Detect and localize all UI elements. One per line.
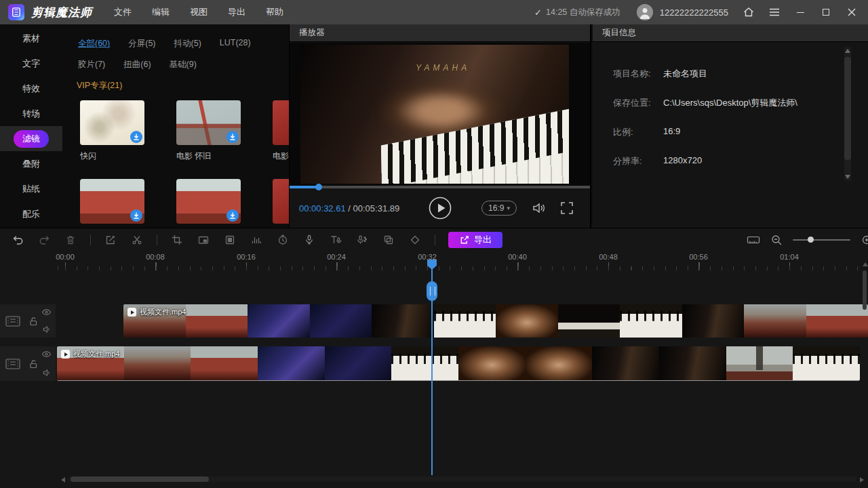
tab-all[interactable]: 全部(60) <box>78 38 110 49</box>
menu-export[interactable]: 导出 <box>222 3 251 21</box>
timeline-vscrollbar[interactable] <box>863 270 867 472</box>
track-visibility-icon[interactable] <box>41 350 52 358</box>
sidebar-item-transitions[interactable]: 转场 <box>0 101 62 126</box>
sidebar-item-filters[interactable]: 滤镜 <box>0 126 62 151</box>
freeze-frame-icon[interactable] <box>382 233 395 247</box>
tab-basic[interactable]: 基础(9) <box>170 59 197 70</box>
filter-card[interactable] <box>80 179 144 224</box>
filter-thumbnail[interactable] <box>273 179 290 224</box>
tab-lut[interactable]: LUT(28) <box>220 38 251 49</box>
pip-icon[interactable] <box>197 233 210 247</box>
username[interactable]: 12222222222555 <box>660 7 728 18</box>
close-button[interactable] <box>842 3 861 21</box>
filter-thumbnail[interactable] <box>273 100 290 145</box>
delete-icon[interactable] <box>64 233 77 247</box>
filter-card[interactable] <box>273 179 290 224</box>
menu-file[interactable]: 文件 <box>108 3 137 21</box>
menu-edit[interactable]: 编辑 <box>146 3 175 21</box>
toolbar-separator <box>435 235 435 245</box>
filter-thumbnail[interactable] <box>176 179 241 224</box>
resolution-label: 分辨率: <box>613 155 663 167</box>
track-mute-icon[interactable] <box>43 325 52 333</box>
speech-to-text-icon[interactable] <box>355 233 369 247</box>
tab-distort[interactable]: 扭曲(6) <box>123 59 151 70</box>
tab-vip[interactable]: VIP专享(21) <box>62 80 289 92</box>
record-mic-icon[interactable] <box>302 233 316 247</box>
save-path-value: C:\Users\sqs\Desktop\剪辑魔法师\ <box>663 97 797 109</box>
zoom-in-icon[interactable] <box>860 233 868 247</box>
speed-clock-icon[interactable] <box>276 233 290 247</box>
hscroll-right-icon[interactable] <box>860 477 864 483</box>
timeline-vscrollbar-thumb[interactable] <box>863 270 867 310</box>
aspect-ratio-button[interactable]: 16:9▾ <box>481 201 517 216</box>
player-progress-bar[interactable] <box>290 186 590 188</box>
timeline-hscrollbar-thumb[interactable] <box>71 476 209 482</box>
download-icon[interactable] <box>130 131 142 143</box>
hscroll-left-icon[interactable] <box>61 477 65 483</box>
text-to-speech-icon[interactable] <box>329 233 342 247</box>
download-icon[interactable] <box>130 209 142 222</box>
track-header <box>0 304 56 338</box>
autosave-status: ✓ 14:25 自动保存成功 <box>534 7 620 18</box>
clip-frame <box>310 304 372 338</box>
filter-thumbnail[interactable] <box>176 100 241 145</box>
tab-shake[interactable]: 抖动(5) <box>174 38 201 49</box>
filter-card[interactable] <box>176 179 241 224</box>
mask-icon[interactable] <box>223 233 237 247</box>
maximize-button[interactable] <box>816 3 835 21</box>
track-mute-icon[interactable] <box>43 369 52 377</box>
playhead-handle[interactable] <box>427 281 437 301</box>
scroll-up-icon[interactable] <box>845 49 850 53</box>
keyframe-icon[interactable] <box>408 233 422 247</box>
fullscreen-button[interactable] <box>559 201 574 216</box>
home-button[interactable] <box>739 3 758 21</box>
hamburger-menu-button[interactable] <box>765 3 784 21</box>
download-icon[interactable] <box>226 209 239 222</box>
minimize-button[interactable] <box>791 3 810 21</box>
info-scrollbar[interactable] <box>844 47 851 180</box>
filter-card[interactable]: 电影 <box>273 100 290 162</box>
vscroll-up-icon[interactable] <box>863 262 868 266</box>
filter-card[interactable]: 电影 怀旧 <box>176 100 241 162</box>
volume-button[interactable] <box>531 200 547 216</box>
sidebar-item-text[interactable]: 文字 <box>0 51 62 76</box>
audio-wave-icon[interactable] <box>250 233 263 247</box>
tab-splitscreen[interactable]: 分屏(5) <box>128 38 155 49</box>
menu-view[interactable]: 视图 <box>184 3 213 21</box>
play-button[interactable] <box>429 197 452 220</box>
scroll-down-icon[interactable] <box>845 175 850 179</box>
split-scissors-icon[interactable] <box>130 233 144 247</box>
sidebar-item-effects[interactable]: 特效 <box>0 76 62 101</box>
zoom-out-icon[interactable] <box>770 233 783 247</box>
filter-thumbnail[interactable] <box>80 179 144 224</box>
tab-film[interactable]: 胶片(7) <box>78 59 105 70</box>
undo-button[interactable] <box>11 233 24 247</box>
edit-icon[interactable] <box>104 233 117 247</box>
timeline-zoom-slider[interactable] <box>793 239 850 241</box>
crop-icon[interactable] <box>170 233 184 247</box>
redo-button[interactable] <box>37 233 51 247</box>
fit-timeline-icon[interactable] <box>747 233 760 247</box>
sidebar-item-music[interactable]: 配乐 <box>0 201 62 226</box>
timecode: 00:00:32.61 / 00:05:31.89 <box>299 203 399 214</box>
timeline-hscrollbar[interactable] <box>68 476 857 482</box>
video-clip[interactable]: 视频文件.mp4 <box>123 304 868 338</box>
unlock-icon[interactable] <box>28 316 38 326</box>
total-time: 00:05:31.89 <box>353 203 400 214</box>
unlock-icon[interactable] <box>28 359 38 369</box>
sidebar-item-media[interactable]: 素材 <box>0 26 62 51</box>
user-avatar[interactable] <box>637 4 653 20</box>
filter-thumbnail[interactable] <box>80 100 144 145</box>
clip-play-icon <box>61 350 70 359</box>
menu-help[interactable]: 帮助 <box>260 3 289 21</box>
export-button[interactable]: 导出 <box>448 232 502 248</box>
filter-card[interactable]: 快闪 <box>80 100 144 162</box>
track-visibility-icon[interactable] <box>41 308 52 316</box>
clip-frame <box>793 346 860 380</box>
zoom-slider-knob[interactable] <box>808 237 814 243</box>
info-scrollbar-thumb[interactable] <box>844 57 851 160</box>
video-clip[interactable]: 视频文件.mp4 <box>57 346 860 381</box>
sidebar-item-overlays[interactable]: 叠附 <box>0 151 62 176</box>
sidebar-item-stickers[interactable]: 贴纸 <box>0 176 62 201</box>
download-icon[interactable] <box>226 131 239 143</box>
